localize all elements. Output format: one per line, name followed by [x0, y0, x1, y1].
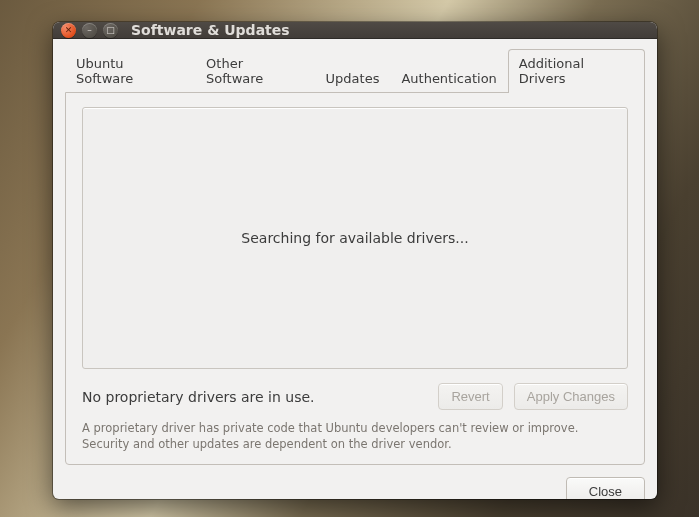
tab-ubuntu-software[interactable]: Ubuntu Software: [65, 49, 195, 93]
proprietary-status: No proprietary drivers are in use.: [82, 389, 315, 405]
close-icon: ✕: [65, 26, 73, 35]
drivers-list-well: Searching for available drivers...: [82, 107, 628, 369]
tabs: Ubuntu Software Other Software Updates A…: [65, 49, 645, 93]
window-maximize-button[interactable]: □: [103, 23, 118, 38]
status-row: No proprietary drivers are in use. Rever…: [82, 383, 628, 410]
tab-updates[interactable]: Updates: [315, 64, 391, 93]
window-minimize-button[interactable]: –: [82, 23, 97, 38]
software-updates-window: ✕ – □ Software & Updates Ubuntu Software…: [53, 22, 657, 499]
maximize-icon: □: [106, 26, 115, 35]
window-title: Software & Updates: [131, 22, 290, 38]
tab-authentication[interactable]: Authentication: [390, 64, 507, 93]
minimize-icon: –: [87, 26, 92, 35]
window-buttons: ✕ – □: [61, 23, 118, 38]
tab-additional-drivers[interactable]: Additional Drivers: [508, 49, 645, 93]
close-button[interactable]: Close: [566, 477, 645, 499]
dialog-footer: Close: [53, 477, 657, 499]
additional-drivers-panel: Searching for available drivers... No pr…: [65, 92, 645, 465]
tab-other-software[interactable]: Other Software: [195, 49, 314, 93]
revert-button: Revert: [438, 383, 502, 410]
searching-label: Searching for available drivers...: [241, 230, 468, 246]
window-titlebar[interactable]: ✕ – □ Software & Updates: [53, 22, 657, 39]
window-close-button[interactable]: ✕: [61, 23, 76, 38]
window-body: Ubuntu Software Other Software Updates A…: [53, 39, 657, 477]
apply-changes-button: Apply Changes: [514, 383, 628, 410]
action-buttons: Revert Apply Changes: [438, 383, 628, 410]
proprietary-fineprint: A proprietary driver has private code th…: [82, 420, 622, 452]
